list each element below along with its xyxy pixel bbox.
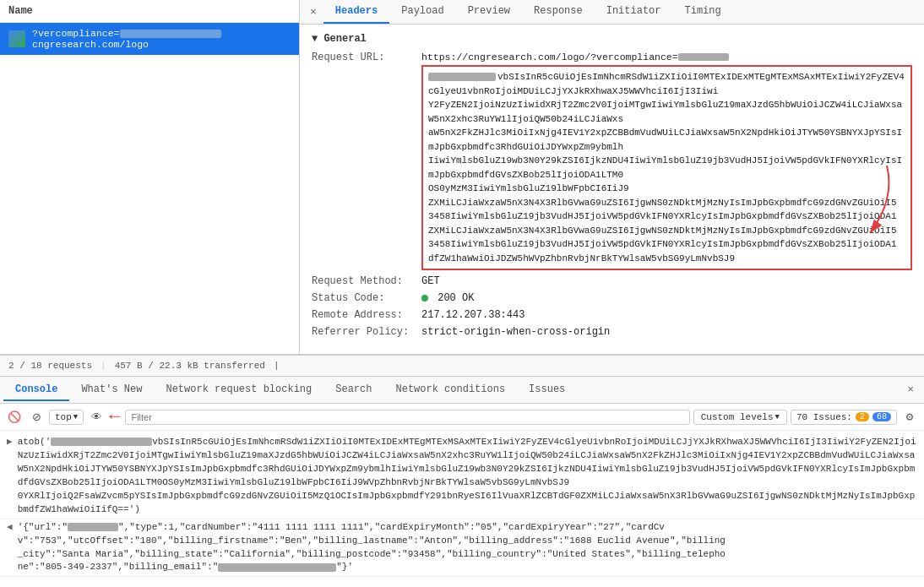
favicon-icon — [8, 30, 25, 47]
status-dot-icon — [421, 295, 428, 302]
remote-address-label: Remote Address: — [312, 309, 421, 321]
custom-levels-button[interactable]: Custom levels ▼ — [693, 410, 787, 425]
clear-console-button[interactable]: 🚫 — [5, 408, 24, 427]
console-line-2-text: '{"url":"","type":1,"cardNumber":"4111 1… — [18, 521, 726, 575]
bottom-tabs-bar: Console What's New Network request block… — [0, 377, 924, 404]
request-method-row: Request Method: GET — [312, 275, 912, 287]
issues-label: 70 Issues: — [796, 412, 852, 422]
request-count: 2 / 18 requests — [8, 361, 92, 371]
close-tab-button[interactable]: × — [303, 1, 323, 24]
left-sidebar: Name ?vercompliance= cngresearch.com/log… — [0, 0, 300, 354]
tab-search[interactable]: Search — [323, 379, 383, 401]
red-arrow-icon: ← — [109, 406, 120, 427]
tab-whats-new[interactable]: What's New — [69, 379, 154, 401]
filter-input[interactable] — [125, 410, 689, 425]
console-line-1[interactable]: ▶ atob('vbSIsInR5cGUiOjEsImNhcmRSdW1iZXI… — [0, 434, 924, 519]
remote-address-value: 217.12.207.38:443 — [421, 309, 912, 321]
redacted-value-2 — [68, 523, 118, 531]
info-badge: 68 — [872, 412, 891, 421]
bottom-panel: Console What's New Network request block… — [0, 377, 924, 587]
content-area: ▼ General Request URL: https://cngresear… — [300, 24, 924, 354]
expand-arrow-icon: ▶ — [7, 436, 13, 447]
referrer-policy-row: Referrer Policy: strict-origin-when-cros… — [312, 326, 912, 338]
sidebar-item-label: ?vercompliance= cngresearch.com/logo — [32, 28, 221, 50]
tab-issues[interactable]: Issues — [517, 379, 577, 401]
referrer-policy-label: Referrer Policy: — [312, 326, 421, 338]
request-url-row: Request URL: https://cngresearch.com/log… — [312, 52, 912, 270]
filter-toggle-button[interactable]: ⊘ — [27, 408, 46, 427]
request-url-label: Request URL: — [312, 52, 421, 270]
issues-button[interactable]: 70 Issues: 2 68 — [791, 410, 897, 425]
tab-headers[interactable]: Headers — [323, 0, 389, 24]
redacted-value-1 — [51, 438, 152, 446]
status-code-label: Status Code: — [312, 292, 421, 304]
top-label: top — [55, 412, 72, 422]
close-bottom-panel-button[interactable]: × — [900, 379, 921, 400]
status-code-row: Status Code: 200 OK — [312, 292, 912, 304]
console-line-2[interactable]: ◀ '{"url":"","type":1,"cardNumber":"4111… — [0, 519, 924, 578]
referrer-policy-value: strict-origin-when-cross-origin — [421, 326, 912, 338]
eye-button[interactable]: 👁 — [87, 408, 106, 427]
expand-arrow-2-icon: ◀ — [7, 521, 13, 532]
custom-levels-arrow-icon: ▼ — [775, 413, 780, 421]
remote-address-row: Remote Address: 217.12.207.38:443 — [312, 309, 912, 321]
status-bar: 2 / 18 requests | 457 B / 22.3 kB transf… — [0, 355, 924, 377]
sidebar-item-request[interactable]: ?vercompliance= cngresearch.com/logo — [0, 23, 299, 55]
settings-icon[interactable]: ⚙ — [900, 408, 919, 427]
redacted-email-value — [218, 563, 336, 572]
console-line-1-text: atob('vbSIsInR5cGUiOjEsImNhcmRSdW1iZXIiO… — [18, 436, 917, 517]
warning-badge: 2 — [856, 412, 869, 421]
tabs-bar: × Headers Payload Preview Response Initi… — [300, 0, 924, 24]
tab-response[interactable]: Response — [522, 0, 595, 24]
separator-2: | — [274, 361, 280, 371]
tab-preview[interactable]: Preview — [456, 0, 522, 24]
request-method-label: Request Method: — [312, 275, 421, 287]
request-method-value: GET — [421, 275, 912, 287]
tab-initiator[interactable]: Initiator — [595, 0, 673, 24]
dropdown-arrow-icon: ▼ — [73, 413, 78, 421]
tab-network-blocking[interactable]: Network request blocking — [154, 379, 323, 401]
tab-console[interactable]: Console — [3, 379, 69, 401]
right-panel: × Headers Payload Preview Response Initi… — [300, 0, 924, 354]
console-output: ▶ atob('vbSIsInR5cGUiOjEsImNhcmRSdW1iZXI… — [0, 431, 924, 587]
top-selector[interactable]: top ▼ — [49, 410, 84, 425]
transfer-size: 457 B / 22.3 kB transferred — [115, 361, 265, 371]
console-toolbar: 🚫 ⊘ top ▼ 👁 ← Custom levels ▼ 70 Issues:… — [0, 404, 924, 431]
tab-payload[interactable]: Payload — [389, 0, 455, 24]
tab-network-conditions[interactable]: Network conditions — [383, 379, 517, 401]
tab-timing[interactable]: Timing — [673, 0, 733, 24]
general-section-title: ▼ General — [312, 33, 912, 45]
custom-levels-label: Custom levels — [701, 412, 774, 422]
status-code-value: 200 OK — [421, 292, 912, 304]
sidebar-header: Name — [0, 0, 299, 23]
separator-1: | — [101, 361, 106, 371]
